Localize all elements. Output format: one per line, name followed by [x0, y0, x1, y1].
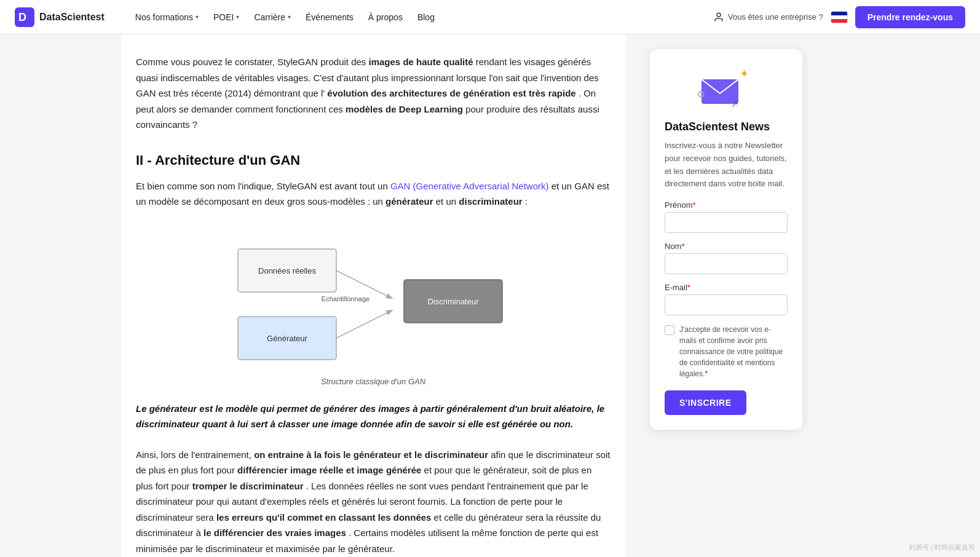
nom-label: Nom*: [665, 242, 788, 251]
navbar-right: Vous êtes une entreprise ? Prendre rende…: [713, 6, 965, 28]
svg-text:↗: ↗: [731, 99, 738, 109]
newsletter-illustration: ✦ ⚙ ↗: [665, 64, 788, 113]
language-flag[interactable]: [831, 11, 848, 23]
consent-checkbox[interactable]: [665, 325, 674, 335]
illustration-svg: ✦ ⚙ ↗: [695, 64, 757, 113]
logo-icon: D: [15, 7, 34, 27]
svg-text:Générateur: Générateur: [267, 334, 307, 343]
para3: Ainsi, lors de l'entrainement, on entrai…: [136, 447, 611, 557]
sidebar-news-title: DataScientest News: [665, 120, 788, 133]
svg-text:Discriminateur: Discriminateur: [427, 297, 479, 306]
svg-text:Echantillonnage: Echantillonnage: [322, 295, 369, 302]
cta-button[interactable]: Prendre rendez-vous: [855, 6, 965, 28]
svg-text:✦: ✦: [740, 68, 749, 80]
nav-nos-formations[interactable]: Nos formations ▾: [129, 9, 205, 26]
article-main: Comme vous pouvez le constater, StyleGAN…: [121, 34, 625, 557]
submit-button[interactable]: S'INSCRIRE: [665, 390, 746, 415]
svg-point-2: [717, 13, 721, 17]
navbar: D DataScientest Nos formations ▾ POEI ▾ …: [0, 0, 980, 34]
consent-row: J'accepte de recevoir vos e-mails et con…: [665, 324, 788, 379]
sidebar-news-desc: Inscrivez-vous à notre Newsletter pour r…: [665, 140, 788, 191]
prenom-label: Prénom*: [665, 200, 788, 210]
newsletter-card: ✦ ⚙ ↗ DataScientest News Inscrivez-vous …: [650, 49, 802, 430]
email-label: E-mail*: [665, 283, 788, 292]
svg-text:⚙: ⚙: [697, 89, 705, 100]
nav-poei[interactable]: POEI ▾: [207, 9, 245, 26]
section-heading: II - Architecture d'un GAN: [136, 152, 611, 168]
logo[interactable]: D DataScientest: [15, 7, 105, 27]
consent-label: J'accepte de recevoir vos e-mails et con…: [679, 324, 788, 379]
logo-text: DataScientest: [39, 12, 105, 23]
svg-text:Données réelles: Données réelles: [258, 266, 316, 275]
nav-evenements[interactable]: Événements: [299, 9, 360, 26]
intro-paragraph: Comme vous pouvez le constater, StyleGAN…: [136, 54, 611, 133]
enterprise-link[interactable]: Vous êtes une entreprise ?: [713, 12, 823, 23]
gan-link[interactable]: GAN (Generative Adversarial Network): [390, 181, 549, 191]
chevron-down-icon: ▾: [288, 14, 291, 20]
email-input[interactable]: [665, 294, 788, 315]
sidebar: ✦ ⚙ ↗ DataScientest News Inscrivez-vous …: [640, 34, 812, 557]
nav-links: Nos formations ▾ POEI ▾ Carrière ▾ Événe…: [129, 9, 708, 26]
prenom-input[interactable]: [665, 212, 788, 233]
diagram-caption: Structure classique d'un GAN: [321, 377, 425, 386]
nav-apropos[interactable]: À propos: [362, 9, 409, 26]
svg-line-10: [336, 310, 392, 338]
diagram-svg: Données réelles Générateur Discriminateu…: [226, 224, 521, 372]
gan-diagram: Données réelles Générateur Discriminateu…: [136, 224, 611, 386]
nom-input[interactable]: [665, 253, 788, 274]
content-area: Comme vous pouvez le constater, StyleGAN…: [121, 34, 859, 557]
watermark: 刘易号 | 时尚玩家岳可: [909, 543, 975, 552]
nav-blog[interactable]: Blog: [411, 9, 441, 26]
svg-line-9: [336, 271, 392, 298]
enterprise-icon: [713, 12, 724, 23]
svg-text:D: D: [18, 11, 26, 23]
chevron-down-icon: ▾: [196, 14, 199, 20]
nav-carriere[interactable]: Carrière ▾: [248, 9, 297, 26]
para2: Et bien comme son nom l'indique, StyleGA…: [136, 178, 611, 210]
blockquote: Le générateur est le modèle qui permet d…: [136, 401, 611, 432]
chevron-down-icon: ▾: [236, 14, 239, 20]
